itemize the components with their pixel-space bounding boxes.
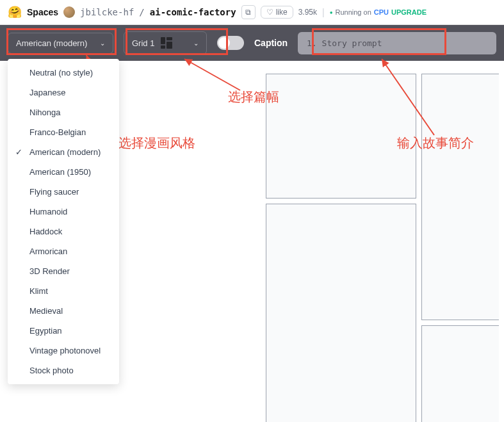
like-count: 3.95k (298, 8, 317, 17)
annotation-prompt: 输入故事简介 (397, 134, 474, 152)
dropdown-item[interactable]: Stock photo (8, 361, 119, 380)
annotation-grid: 选择篇幅 (228, 88, 279, 106)
dropdown-item[interactable]: American (modern) (8, 142, 119, 162)
dropdown-item[interactable]: Vintage photonovel (8, 341, 119, 361)
dropdown-item[interactable]: Japanese (8, 83, 119, 102)
toggle-knob (218, 37, 230, 49)
cpu-label: CPU (374, 8, 389, 16)
dropdown-item[interactable]: Nihonga (8, 102, 119, 122)
owner-avatar[interactable] (63, 6, 75, 18)
chevron-down-icon: ⌄ (100, 40, 105, 47)
status-badge: ● Running on CPU UPGRADE (330, 8, 427, 16)
grid-select[interactable]: Grid 1 ⌄ (124, 31, 207, 54)
caption-label: Caption (254, 38, 288, 48)
dropdown-item[interactable]: 3D Render (8, 261, 119, 281)
dropdown-item[interactable]: American (1950) (8, 162, 119, 182)
comic-panel[interactable] (266, 74, 416, 199)
chevron-down-icon: ⌄ (193, 40, 199, 47)
dropdown-item[interactable]: Humanoid (8, 202, 119, 222)
upgrade-label: UPGRADE (391, 8, 427, 16)
dropdown-item[interactable]: Medieval (8, 301, 119, 321)
copy-button[interactable]: ⧉ (241, 5, 256, 19)
owner-name[interactable]: jbilcke-hf (80, 7, 134, 17)
dropdown-item[interactable]: Franco-Belgian (8, 122, 119, 142)
dropdown-item[interactable]: Haddock (8, 222, 119, 241)
grid-value: Grid 1 (132, 38, 154, 48)
comic-panel[interactable] (266, 204, 416, 422)
heart-icon: ♡ (266, 8, 273, 17)
style-dropdown: Neutral (no style)JapaneseNihongaFranco-… (8, 59, 119, 384)
dropdown-item[interactable]: Egyptian (8, 321, 119, 341)
caption-toggle[interactable] (217, 36, 244, 50)
dropdown-item[interactable]: Neutral (no style) (8, 63, 119, 83)
dropdown-item[interactable]: Klimt (8, 281, 119, 301)
comic-panel[interactable] (421, 74, 499, 320)
app-header: 🤗 Spaces jbilcke-hf / ai-comic-factory ⧉… (0, 0, 504, 25)
annotation-style: 选择漫画风格 (118, 134, 195, 152)
style-select[interactable]: American (modern) ⌄ (8, 33, 113, 54)
comic-canvas (253, 64, 499, 422)
running-prefix: Running on (336, 8, 371, 16)
dropdown-item[interactable]: Flying saucer (8, 182, 119, 202)
like-button[interactable]: ♡ like (261, 6, 293, 19)
like-label: like (276, 8, 288, 17)
svg-line-1 (184, 59, 240, 90)
spaces-icon: 🤗 (8, 5, 22, 19)
dropdown-item[interactable]: Armorican (8, 241, 119, 261)
story-prompt-input[interactable] (298, 32, 496, 54)
repo-name[interactable]: ai-comic-factory (150, 7, 236, 17)
status-dot-icon: ● (330, 10, 333, 15)
grid-layout-icon (161, 37, 172, 49)
comic-panel[interactable] (421, 325, 499, 422)
style-value: American (modern) (16, 38, 87, 48)
toolbar: American (modern) ⌄ Grid 1 ⌄ Caption (0, 25, 504, 61)
path-sep: / (139, 7, 144, 17)
spaces-label: Spaces (27, 7, 58, 17)
separator: | (322, 7, 325, 17)
arrow-grid (179, 55, 243, 93)
